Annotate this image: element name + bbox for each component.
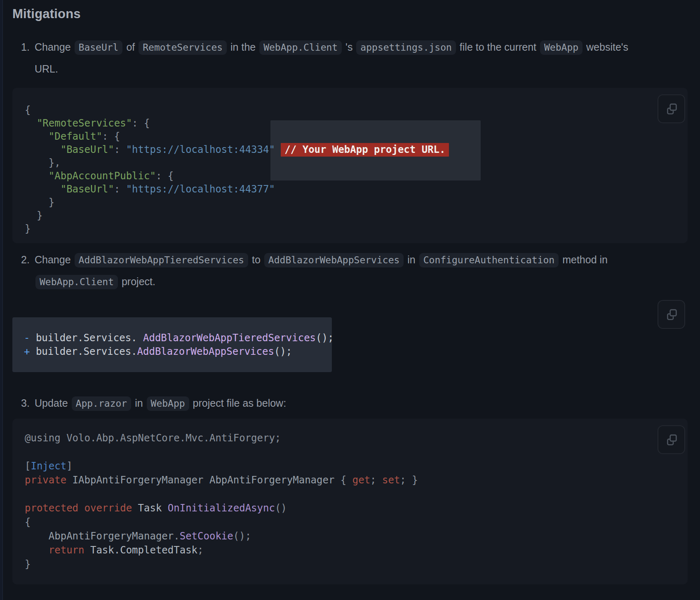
list-item-2: 2. Change AddBlazorWebAppTieredServices …: [35, 249, 608, 293]
page-left-border: [0, 0, 3, 600]
document-page: Mitigations 1. Change BaseUrl of RemoteS…: [0, 0, 700, 600]
code-lines: @using Volo.Abp.AspNetCore.Mvc.AntiForge…: [25, 431, 675, 571]
code-block-appsettings: { "RemoteServices": { "Default": { "Base…: [12, 88, 688, 243]
code-lines: { "RemoteServices": { "Default": { "Base…: [25, 103, 675, 235]
list-marker-1: 1.: [21, 36, 30, 58]
list-item-1-text: Change BaseUrl of RemoteServices in the …: [35, 36, 628, 80]
copy-button-block2[interactable]: [658, 300, 685, 329]
list-item-3: 3. Update App.razor in WebApp project fi…: [35, 392, 286, 414]
copy-icon: [665, 308, 678, 321]
list-marker-3: 3.: [21, 392, 30, 414]
list-marker-2: 2.: [21, 249, 30, 270]
diff-lines: - builder.Services. AddBlazorWebAppTiere…: [24, 331, 332, 359]
list-item-2-text: Change AddBlazorWebAppTieredServices to …: [35, 249, 608, 293]
list-item-3-text: Update App.razor in WebApp project file …: [35, 392, 286, 414]
page-title: Mitigations: [12, 7, 81, 21]
code-block-diff-selection: - builder.Services. AddBlazorWebAppTiere…: [12, 317, 332, 372]
code-block-app-razor: @using Volo.Abp.AspNetCore.Mvc.AntiForge…: [12, 419, 688, 584]
list-item-1: 1. Change BaseUrl of RemoteServices in t…: [35, 36, 628, 80]
